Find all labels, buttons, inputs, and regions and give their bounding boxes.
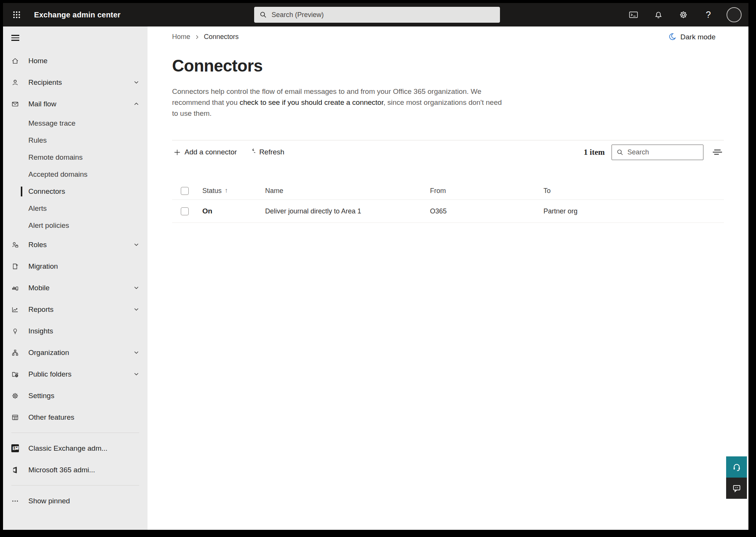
sidebar-item-message-trace[interactable]: Message trace [3, 115, 147, 132]
row-checkbox[interactable] [181, 207, 189, 215]
table-row[interactable]: On Deliver journal directly to Area 1 O3… [172, 200, 724, 223]
avatar[interactable] [727, 7, 742, 22]
mobile-stats-icon [11, 284, 19, 292]
sidebar-item-microsoft-365[interactable]: Microsoft 365 admi... [3, 459, 147, 481]
app-title: Exchange admin center [34, 11, 121, 19]
global-search-box [254, 7, 500, 23]
row-to: Partner org [543, 207, 724, 215]
sidebar-item-show-pinned[interactable]: Show pinned [3, 490, 147, 512]
sort-ascending-icon: ↑ [225, 187, 228, 195]
chevron-right-icon [195, 35, 199, 39]
moon-icon [668, 33, 677, 41]
support-headset-icon[interactable] [726, 456, 747, 478]
global-search-input[interactable] [272, 11, 495, 19]
sidebar-item-alert-policies[interactable]: Alert policies [3, 217, 147, 234]
sidebar-item-label: Message trace [28, 119, 76, 128]
column-header-to[interactable]: To [543, 187, 724, 195]
row-name-link[interactable]: Deliver journal directly to Area 1 [265, 207, 430, 215]
sidebar-item-settings[interactable]: Settings [3, 385, 147, 406]
select-all-checkbox[interactable] [181, 187, 189, 195]
row-from: O365 [430, 207, 543, 215]
list-toolbar: Add a connector Refresh 1 item [172, 140, 724, 164]
sidebar-item-mail-flow[interactable]: Mail flow [3, 93, 147, 115]
list-search-box [612, 145, 703, 160]
gear-icon [11, 392, 19, 400]
sidebar-item-roles[interactable]: Roles [3, 234, 147, 255]
feedback-chat-icon[interactable] [726, 478, 747, 499]
sidebar-item-rules[interactable]: Rules [3, 132, 147, 149]
microsoft-365-logo-icon [11, 466, 19, 474]
sidebar-item-label: Show pinned [28, 497, 70, 505]
filter-icon[interactable] [710, 145, 724, 159]
breadcrumb-home-link[interactable]: Home [172, 33, 190, 41]
folder-globe-icon [11, 370, 19, 378]
sidebar-item-label: Classic Exchange adm... [28, 444, 107, 453]
add-connector-button[interactable]: Add a connector [172, 146, 238, 159]
column-header-from[interactable]: From [430, 187, 543, 195]
sidebar-item-accepted-domains[interactable]: Accepted domains [3, 166, 147, 183]
refresh-button[interactable]: Refresh [247, 146, 286, 159]
org-chart-icon [11, 349, 19, 356]
floating-actions [726, 456, 747, 499]
sidebar-item-label: Mail flow [28, 100, 56, 108]
ellipsis-icon [11, 497, 19, 505]
page-description: Connectors help control the flow of emai… [172, 86, 505, 119]
sidebar-item-organization[interactable]: Organization [3, 342, 147, 363]
dark-mode-toggle[interactable]: Dark mode [668, 33, 724, 41]
hamburger-icon[interactable] [11, 33, 22, 42]
sidebar-item-label: Rules [28, 136, 47, 145]
terminal-icon[interactable] [627, 8, 640, 22]
sidebar-item-label: Recipients [28, 78, 62, 87]
sidebar-item-home[interactable]: Home [3, 50, 147, 72]
column-header-name[interactable]: Name [265, 187, 430, 195]
column-header-status[interactable]: Status ↑ [202, 187, 265, 195]
sidebar-item-classic-exchange[interactable]: E✕ Classic Exchange adm... [3, 437, 147, 459]
breadcrumb-current: Connectors [204, 33, 239, 41]
sidebar-item-public-folders[interactable]: Public folders [3, 363, 147, 385]
table-grid-icon [11, 414, 19, 421]
chevron-down-icon [134, 242, 139, 247]
document-arrow-icon [11, 263, 19, 270]
sidebar-item-remote-domains[interactable]: Remote domains [3, 149, 147, 166]
person-briefcase-icon [11, 241, 19, 249]
sidebar: Home Recipients [3, 26, 147, 530]
home-icon [11, 57, 19, 65]
sidebar-item-alerts[interactable]: Alerts [3, 200, 147, 217]
sidebar-item-label: Connectors [28, 187, 65, 196]
sidebar-item-label: Remote domains [28, 153, 83, 162]
sidebar-item-label: Migration [28, 262, 58, 271]
sidebar-item-label: Reports [28, 305, 54, 314]
gear-icon[interactable] [677, 8, 690, 22]
chevron-down-icon [134, 307, 139, 312]
sidebar-divider [11, 485, 139, 486]
sidebar-item-label: Roles [28, 241, 47, 249]
search-icon [616, 149, 624, 156]
sidebar-item-connectors[interactable]: Connectors [3, 183, 147, 200]
sidebar-item-other-features[interactable]: Other features [3, 406, 147, 428]
search-icon [259, 11, 267, 19]
line-chart-icon [11, 306, 19, 313]
sidebar-item-insights[interactable]: Insights [3, 320, 147, 342]
app-launcher-icon[interactable] [8, 6, 25, 23]
sidebar-item-recipients[interactable]: Recipients [3, 72, 147, 93]
waffle-icon [12, 11, 21, 19]
sidebar-item-label: Microsoft 365 admi... [28, 466, 95, 474]
table-header-row: Status ↑ Name From To [172, 182, 724, 200]
sidebar-item-label: Insights [28, 327, 53, 335]
list-search-input[interactable] [627, 148, 699, 156]
row-status: On [202, 207, 265, 215]
selected-indicator [21, 187, 22, 196]
connectors-table: Status ↑ Name From To On [172, 182, 724, 223]
sidebar-item-mobile[interactable]: Mobile [3, 277, 147, 299]
create-connector-check-link[interactable]: check to see if you should create a conn… [239, 98, 383, 106]
app-window: Exchange admin center [3, 3, 748, 530]
help-icon[interactable]: ? [702, 8, 715, 22]
sidebar-item-reports[interactable]: Reports [3, 299, 147, 320]
sidebar-item-label: Other features [28, 413, 74, 422]
envelope-icon [11, 100, 19, 108]
sidebar-item-migration[interactable]: Migration [3, 255, 147, 277]
sidebar-divider [11, 433, 139, 433]
exchange-logo-icon: E✕ [11, 445, 19, 452]
breadcrumb: Home Connectors [172, 33, 239, 41]
bell-icon[interactable] [652, 8, 665, 22]
